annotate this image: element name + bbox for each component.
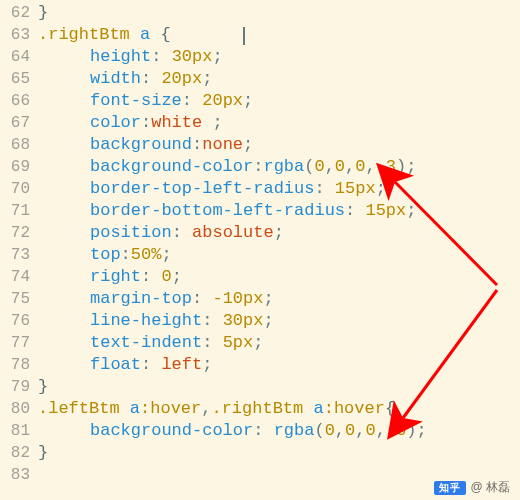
token-punct: , <box>365 157 375 176</box>
token-prop: text-indent <box>90 333 202 352</box>
line-number: 78 <box>0 354 38 376</box>
token-kw: absolute <box>192 223 274 242</box>
code-line[interactable]: 73top:50%; <box>0 244 520 266</box>
code-line[interactable]: 71border-bottom-left-radius: 15px; <box>0 200 520 222</box>
code-line[interactable]: 79} <box>0 376 520 398</box>
line-number: 79 <box>0 376 38 398</box>
watermark: 知乎 @ 林磊 <box>434 479 510 496</box>
token-num: 0 <box>355 157 365 176</box>
token-num: 0 <box>314 157 324 176</box>
code-content: color:white ; <box>38 112 520 134</box>
code-line[interactable]: 63.rightBtm a { <box>0 24 520 46</box>
token-punct: ; <box>202 113 222 132</box>
token-brace: } <box>38 377 48 396</box>
token-prop: width <box>90 69 141 88</box>
code-content: top:50%; <box>38 244 520 266</box>
token-punct: : <box>172 223 192 242</box>
token-sel: .leftBtm <box>38 399 120 418</box>
line-number: 76 <box>0 310 38 332</box>
token-punct: ; <box>253 333 263 352</box>
token-num: 0 <box>335 157 345 176</box>
token-punct: , <box>345 157 355 176</box>
code-line[interactable]: 65width: 20px; <box>0 68 520 90</box>
code-line[interactable]: 68background:none; <box>0 134 520 156</box>
token-num: 0 <box>345 421 355 440</box>
token-punct: : <box>141 267 161 286</box>
code-line[interactable]: 70border-top-left-radius: 15px; <box>0 178 520 200</box>
token-num: 0 <box>325 421 335 440</box>
token-num: 5px <box>223 333 254 352</box>
token-punct: ; <box>263 311 273 330</box>
code-line[interactable]: 62} <box>0 2 520 24</box>
token-punct: : <box>253 157 263 176</box>
watermark-author: @ 林磊 <box>470 479 510 496</box>
token-punct: ; <box>406 201 416 220</box>
code-content: right: 0; <box>38 266 520 288</box>
code-content: float: left; <box>38 354 520 376</box>
line-number: 83 <box>0 464 38 486</box>
line-number: 69 <box>0 156 38 178</box>
code-content: } <box>38 2 520 24</box>
code-line[interactable]: 69background-color:rgba(0,0,0,.3); <box>0 156 520 178</box>
token-punct: : <box>121 245 131 264</box>
code-line[interactable]: 74right: 0; <box>0 266 520 288</box>
code-content: font-size: 20px; <box>38 90 520 112</box>
token-punct: : <box>202 333 222 352</box>
token-punct: : <box>182 91 202 110</box>
line-number: 70 <box>0 178 38 200</box>
token-punct: ; <box>202 69 212 88</box>
token-punct: : <box>202 311 222 330</box>
token-num: 20px <box>161 69 202 88</box>
token-sel: :hover <box>324 399 385 418</box>
token-sel: .rightBtm <box>211 399 303 418</box>
code-content: background:none; <box>38 134 520 156</box>
token-punct: ); <box>406 421 426 440</box>
token-num: 30px <box>172 47 213 66</box>
zhihu-logo-icon: 知乎 <box>434 481 466 495</box>
token-punct: : <box>192 289 212 308</box>
token-punct <box>150 25 160 44</box>
token-kw: none <box>202 135 243 154</box>
token-punct <box>120 399 130 418</box>
token-punct <box>130 25 140 44</box>
code-line[interactable]: 75margin-top: -10px; <box>0 288 520 310</box>
token-fn: rgba <box>274 421 315 440</box>
token-prop: line-height <box>90 311 202 330</box>
token-prop: margin-top <box>90 289 192 308</box>
code-line[interactable]: 78float: left; <box>0 354 520 376</box>
line-number: 82 <box>0 442 38 464</box>
code-content: height: 30px; <box>38 46 520 68</box>
code-line[interactable]: 80.leftBtm a:hover,.rightBtm a:hover{ <box>0 398 520 420</box>
code-content: width: 20px; <box>38 68 520 90</box>
line-number: 75 <box>0 288 38 310</box>
line-number: 65 <box>0 68 38 90</box>
token-punct: ; <box>243 135 253 154</box>
token-punct: : <box>253 421 273 440</box>
token-prop: background-color <box>90 421 253 440</box>
line-number: 74 <box>0 266 38 288</box>
code-line[interactable]: 81background-color: rgba(0,0,0,.6); <box>0 420 520 442</box>
token-num: 15px <box>365 201 406 220</box>
token-punct <box>303 399 313 418</box>
line-number: 62 <box>0 2 38 24</box>
text-caret <box>243 27 245 45</box>
token-punct: ( <box>304 157 314 176</box>
token-prop: right <box>90 267 141 286</box>
token-punct: : <box>151 47 171 66</box>
code-line[interactable]: 82} <box>0 442 520 464</box>
code-line[interactable]: 72position: absolute; <box>0 222 520 244</box>
token-num: 0 <box>161 267 171 286</box>
code-line[interactable]: 66font-size: 20px; <box>0 90 520 112</box>
line-number: 72 <box>0 222 38 244</box>
token-punct: : <box>141 355 161 374</box>
token-punct: , <box>335 421 345 440</box>
code-content: background-color:rgba(0,0,0,.3); <box>38 156 520 178</box>
token-punct: ; <box>376 179 386 198</box>
code-line[interactable]: 67color:white ; <box>0 112 520 134</box>
code-line[interactable]: 64height: 30px; <box>0 46 520 68</box>
code-content: .leftBtm a:hover,.rightBtm a:hover{ <box>38 398 520 420</box>
code-line[interactable]: 77text-indent: 5px; <box>0 332 520 354</box>
code-line[interactable]: 76line-height: 30px; <box>0 310 520 332</box>
token-punct: , <box>376 421 386 440</box>
line-number: 77 <box>0 332 38 354</box>
